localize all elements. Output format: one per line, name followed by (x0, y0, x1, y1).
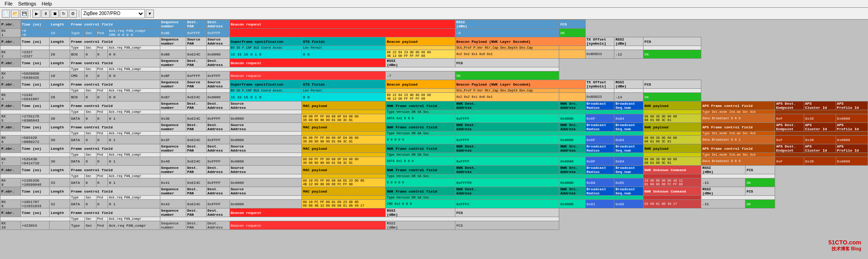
dpan-3: 0xFFFF (186, 71, 206, 80)
rssi-8: -15 (701, 178, 745, 187)
len-3: 10 (50, 71, 70, 80)
seq-5: 0x3E (160, 114, 186, 123)
menu-settings[interactable]: Settings (15, 0, 39, 7)
srcpan-h2: SourcePAN (186, 37, 206, 46)
seq-7: 0x40 (160, 157, 186, 166)
seqnum-1: 0xBE (160, 29, 186, 37)
packet-2-header: P.nbr. Time (us) Length Frame control fi… (0, 37, 868, 46)
packet-9-data[interactable]: RX9 +1051787=11631833 32 DATA 0 0 0 1 0x… (0, 200, 868, 208)
pnbr-2: RX2 (0, 50, 21, 59)
packet-2-data[interactable]: RX2 +2327=2327 28 BCN 0 0 0 0 0xB6 0xE24… (0, 50, 868, 59)
fcf-h2: Frame control field (70, 37, 160, 46)
toolbar-new[interactable]: 📄 (2, 10, 10, 18)
seq-10: Sequencenumber (160, 221, 186, 230)
time-10: +423053 (20, 221, 50, 230)
packet-5-header: P.nbr. Time (us) Length Frame control fi… (0, 102, 868, 110)
packet-5-data[interactable]: RX5 +2755176=8386843 30 DATA 0 0 0 1 0x3… (0, 114, 868, 123)
packet-10-header: P.nbr. Time (us) Length Frame control fi… (0, 208, 868, 217)
nwk-4: 0x2 0x2 0x1 0x0 0x1 (455, 93, 559, 102)
bpay-4: 00 22 84 23 9D 0D 06 004B 12 00 FF FF FF… (386, 93, 455, 102)
fcf-s3: 0 (84, 71, 96, 80)
pnbr-3: RX3 (0, 71, 21, 80)
packet-2-subheader: Type Sec Pnd Ack.req PAN_compr BO SO F.C… (0, 46, 868, 50)
nwkfcf-8: 0 0 0 0 0 (386, 178, 455, 187)
rssi-h2: RSSI(dBm) (614, 37, 643, 46)
fcs-3: OK (455, 71, 559, 80)
pnbr-8: RX8 (0, 178, 21, 187)
apscluster-6: 0x36 (804, 136, 836, 144)
p2sh-srcpan (186, 46, 206, 50)
time-6: +502429=8889272 (20, 136, 50, 144)
fcf-sec-1: Sec (84, 29, 96, 37)
toolbar-play[interactable]: ▶ (32, 10, 41, 18)
toolbar-dropdown[interactable]: ▼ (146, 10, 154, 18)
apscluster-5: 0x36 (804, 114, 836, 123)
packet-3-group: P.nbr. Time (us) Length Frame control fi… (0, 59, 868, 80)
seq-4: 0xB7 (160, 93, 186, 102)
rssi-9: -15 (701, 200, 745, 208)
daddr-10: Dest.Address (206, 221, 230, 230)
fcs-h2: FCS (643, 37, 701, 46)
packet-9-header: P.nbr. Time (us) Length Frame control fi… (0, 187, 868, 196)
fcf-s2: 0 (84, 50, 96, 59)
fcf-type-1: Type (70, 29, 84, 37)
packet-3-subhdr: Type Sec Pnd Ack.req PAN_compr (0, 67, 868, 71)
p2sh-2 (20, 46, 50, 50)
bcast-s-7: 0xD4 (614, 157, 643, 166)
txoff-h2: TX Offset[symbols] (585, 37, 614, 46)
p2sh-gts: Len Permit (302, 46, 386, 50)
nwk-unk-8: 23 9D 0D 06 00 49 1201 00 06 08 FC FF 00 (643, 178, 701, 187)
toolbar-refresh[interactable]: ↻ (60, 10, 68, 18)
packet-3-data[interactable]: RX3 +5628098=5630425 10 CMD 0 0 0 0 0xBF… (0, 71, 868, 80)
nwkpay-6: 08 00 36 00 00 0000 01 00 3C 01 (643, 136, 701, 144)
time-8: +1165336=10580046 (20, 178, 50, 187)
ph3-pnbr: P.nbr. (0, 59, 21, 67)
packet-10-subhdr: Type Sec Pnd Ack.req PAN_compr (0, 217, 868, 221)
srcaddr-h2: SourceAddress (206, 37, 230, 46)
daddr-7: 0xFFFF (206, 157, 230, 166)
ph3-time: Time (us) (20, 59, 50, 67)
toolbar-settings[interactable]: ⚙ (69, 10, 77, 18)
packet-8-data[interactable]: RX8 +1165336=10580046 33 DATA 0 0 0 1 0x… (0, 178, 868, 187)
protocol-select[interactable]: ZigBee 2007/PRO (81, 9, 145, 18)
menu-help[interactable]: Help (39, 0, 55, 7)
ph3-fcf: Frame control field (70, 59, 160, 67)
pnbr-header: P.nbr. (0, 20, 21, 29)
time-4: +1242=5631667 (20, 93, 50, 102)
apsdest-6: 0xF (775, 136, 804, 144)
time-5: +2755176=8386843 (20, 114, 50, 123)
packet-4-group: P.nbr. Time (us) Length Frame control fi… (0, 80, 868, 102)
packet-7-data[interactable]: RX7 +525438=9414710 30 DATA 0 0 0 1 0x40… (0, 157, 868, 166)
p2sh-txoff (585, 46, 614, 50)
packet-4-data[interactable]: RX4 +1242=5631667 28 BCN 0 0 0 0 0xB7 0x… (0, 93, 868, 102)
seqnum-header: Sequencenumber (160, 20, 186, 29)
toolbar-stop[interactable]: ⏹ (51, 10, 59, 18)
time-2: +2327=2327 (20, 50, 50, 59)
beacon-header: Beacon request (230, 20, 455, 29)
pnbr-10: RX10 (0, 221, 21, 230)
bpay-h2: Beacon payload (386, 37, 455, 46)
pnbr-9: RX9 (0, 200, 21, 208)
beacon-req-1 (230, 29, 455, 37)
packet-6-data[interactable]: RX6 +502429=8889272 30 DATA 0 0 0 1 0x3F… (0, 136, 868, 144)
packet-10-data[interactable]: RX10 +423053 Type Sec Pnd Ack.req PAN_co… (0, 221, 868, 230)
p2sh-seq (160, 46, 186, 50)
nwkdest-7: 0xFFFF (455, 157, 559, 166)
toolbar-open[interactable]: 📂 (11, 10, 19, 18)
packet-6-subhdr: Type Sec Pnd Ack.req PAN_compr Type Vers… (0, 132, 868, 136)
pnbr-5: RX5 (0, 114, 21, 123)
nwksrc-9: 0x0000 (559, 200, 585, 208)
toolbar-save[interactable]: 💾 (20, 10, 28, 18)
packet-1-group: P.nbr. Time (us) Length Frame control fi… (0, 20, 868, 37)
packet-5-subhdr: Type Sec Pnd Ack.req PAN_compr Type Vers… (0, 110, 868, 114)
dpan-7: 0xE24C (186, 157, 206, 166)
packet-1-data[interactable]: RX1 +0=0 10 Type Sec Pnd Ack.req PAN_com… (0, 29, 868, 37)
rssi-header: RSSI(dBm) (455, 20, 559, 29)
apsprofile-6: 0x0000 (836, 136, 868, 144)
fcf-pnd-1: Pnd (96, 29, 108, 37)
menu-file[interactable]: File (2, 0, 15, 7)
pnbr-h2: P.nbr. (0, 37, 21, 46)
nwkdest-8: 0xFFFFD (455, 178, 559, 187)
fcf-rest-1: Ack.req PAN_comprCMD 0 0 0 0 (108, 29, 160, 37)
toolbar-pause[interactable]: ⏸ (41, 10, 50, 18)
